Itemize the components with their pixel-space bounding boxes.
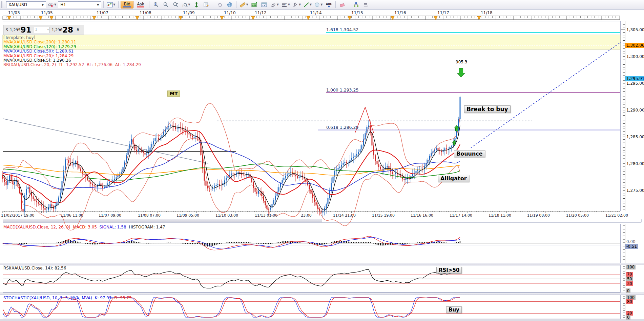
- globe-button[interactable]: [225, 1, 234, 8]
- ruler-date-label: 11/10: [224, 11, 236, 15]
- chart-type-icon-dropdown-arrow[interactable]: ▼: [113, 3, 115, 6]
- timeframe-select[interactable]: H1▼: [58, 1, 101, 8]
- ruler-date-label: 11/05: [41, 11, 53, 15]
- macd-legend-part: HISTOGRAM: 1.47: [126, 225, 165, 229]
- pitchfork-icon-dropdown-arrow[interactable]: ▼: [299, 3, 301, 6]
- toolbar-separator: [118, 1, 119, 8]
- zigzag-button[interactable]: ▼: [270, 1, 280, 8]
- toolbar-separator: [149, 1, 149, 8]
- ellipse-icon-dropdown-arrow[interactable]: ▼: [320, 3, 323, 6]
- chart-type-button[interactable]: ▼: [106, 1, 116, 8]
- main-chart-plot[interactable]: [3, 21, 621, 211]
- chart-type-icon: [107, 2, 113, 7]
- svg-text:F: F: [285, 4, 287, 7]
- rsi-panel[interactable]: [3, 265, 621, 293]
- legend-line: BB(XAU/USD.Close, 20, 2) TL: 1,292.52 BL…: [3, 62, 141, 67]
- zigzag-icon-dropdown-arrow[interactable]: ▼: [277, 3, 279, 6]
- break-to-buy-label[interactable]: Break to buy: [464, 105, 511, 113]
- rsi-axis-badge: 0: [626, 288, 630, 293]
- image-add-icon: [251, 2, 257, 7]
- bid-toggle[interactable]: Bid: [121, 1, 133, 8]
- rsi-axis-badge: 70: [626, 272, 633, 277]
- ruler-icon-dropdown-arrow[interactable]: ▼: [246, 3, 248, 6]
- price-badge: 1,295.91: [625, 76, 644, 81]
- ruler-button[interactable]: ▼: [238, 1, 249, 8]
- image-window-button[interactable]: [260, 1, 269, 8]
- fib-level-label[interactable]: 1.618 1,304.52: [326, 27, 358, 32]
- trendline-button[interactable]: ▼: [303, 1, 313, 8]
- list-view-button[interactable]: [361, 1, 370, 8]
- symbol-select-value: XAU/USD: [8, 2, 40, 7]
- fib-level-label[interactable]: 1.000 1,293.25: [326, 87, 358, 93]
- pitchfork-icon: [293, 2, 298, 7]
- zoom-in-icon: [153, 2, 159, 7]
- ask-toggle[interactable]: Ask: [134, 1, 147, 8]
- symbol-select-arrow-icon[interactable]: ▼: [40, 3, 45, 6]
- horizontal-scrollbar[interactable]: [3, 219, 642, 223]
- price-axis-label: 1,290.00: [626, 108, 644, 113]
- unlink-icon: x: [48, 2, 54, 7]
- scrollbar-thumb[interactable]: [3, 219, 322, 222]
- object-tree-button[interactable]: [351, 1, 360, 8]
- stoch-axis-badge: 0: [626, 315, 630, 320]
- zoom-box-icon-dropdown-arrow[interactable]: ▼: [188, 3, 190, 6]
- svg-text:¡: ¡: [182, 3, 184, 7]
- zoom-cursor-button[interactable]: [171, 1, 180, 8]
- panel-splitter-2[interactable]: [0, 293, 644, 295]
- arrow-value-label[interactable]: 905.3: [454, 60, 469, 64]
- note-edit-button[interactable]: [202, 1, 211, 8]
- zoom-box-button[interactable]: ¡▼: [181, 1, 191, 8]
- trendline-icon-dropdown-arrow[interactable]: ▼: [310, 3, 312, 6]
- legend-line: MVA(XAU/USD.Close,5): 1,290.26: [3, 58, 71, 63]
- unlink-button[interactable]: x▼: [47, 1, 57, 8]
- svg-text:x: x: [51, 4, 53, 7]
- sell-price-pips[interactable]: 91: [21, 26, 32, 34]
- image-add-button[interactable]: [250, 1, 259, 8]
- timeframe-select-arrow-icon[interactable]: ▼: [96, 3, 100, 6]
- fib-level-label[interactable]: 0.618 1,286.29: [326, 125, 358, 130]
- rotate-button[interactable]: [215, 1, 224, 8]
- ruler-date-label: 11/14: [310, 11, 322, 15]
- unlink-icon-dropdown-arrow[interactable]: ▼: [54, 3, 56, 6]
- fib-levels-button[interactable]: F▼: [281, 1, 291, 8]
- pitchfork-button[interactable]: ▼: [292, 1, 302, 8]
- amount-input[interactable]: 1▾: [34, 27, 49, 33]
- rsi-axis-badge: 50: [626, 277, 633, 281]
- time-axis-label: 11/06 11:00: [61, 213, 83, 218]
- macd-panel[interactable]: [3, 224, 621, 263]
- macd-badge: -0.51: [625, 244, 638, 249]
- amount-spinner-icon[interactable]: ▾: [47, 28, 49, 31]
- bid-toggle-label: Bid: [124, 2, 130, 6]
- sell-price-main: 1,295: [10, 28, 21, 32]
- rsi-legend: RSI(XAU/USD.Close, 14): 82.56: [3, 266, 66, 270]
- legend-line: MVA(XAU/USD.Close,50): 1,280.61: [3, 49, 74, 54]
- ruler-date-label: 11/17: [437, 11, 449, 15]
- toolbar-grip[interactable]: [1, 1, 4, 8]
- ask-toggle-label: Ask: [137, 2, 144, 6]
- mt-label[interactable]: MT: [167, 91, 180, 97]
- price-axis-label: 1,285.00: [626, 135, 644, 139]
- sell-prefix: S: [6, 28, 8, 32]
- fit-vertical-button[interactable]: [192, 1, 201, 8]
- toolbar-separator: [236, 1, 236, 8]
- globe-icon: [227, 2, 232, 7]
- symbol-select[interactable]: XAU/USD▼: [6, 1, 46, 8]
- zoom-in-button[interactable]: [151, 1, 161, 8]
- price-axis-label: 1,275.00: [626, 188, 644, 193]
- bouunce-label[interactable]: Bouunce: [454, 150, 485, 157]
- zoom-out-button[interactable]: [161, 1, 170, 8]
- eraser-button[interactable]: [338, 1, 347, 8]
- rsi-gt-50-label[interactable]: RSI>50: [436, 267, 462, 274]
- time-axis-label: 11/17 14:00: [450, 213, 472, 218]
- alligator-label[interactable]: Alligator: [438, 175, 469, 182]
- toolbar-separator: [335, 1, 336, 8]
- timeline-ruler[interactable]: 11/0311/0511/0711/0811/0911/1011/1211/14…: [0, 10, 644, 20]
- time-axis-label: 11/09 05:00: [176, 213, 199, 218]
- buy-price-main: 1,296: [52, 28, 63, 32]
- fib-levels-icon-dropdown-arrow[interactable]: ▼: [288, 3, 290, 6]
- ellipse-button[interactable]: ▼: [313, 1, 324, 8]
- text-label-button[interactable]: ABC: [324, 1, 333, 8]
- timeframe-select-value: H1: [60, 2, 96, 7]
- buy-price-pips[interactable]: 28: [62, 26, 73, 34]
- buy-label[interactable]: Buy: [446, 306, 462, 313]
